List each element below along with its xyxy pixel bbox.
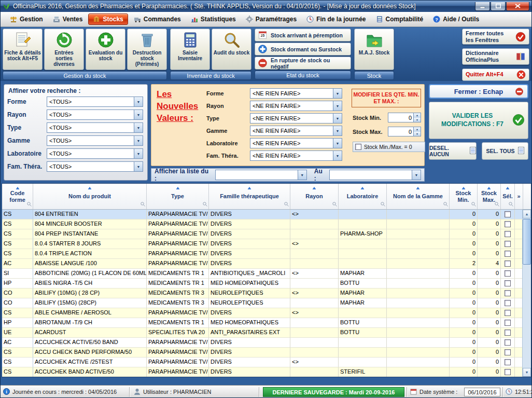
filter-type-select[interactable]: <TOUS>▼	[47, 122, 143, 133]
newvalue-rayon-select[interactable]: <NE RIEN FAIRE>▼	[250, 101, 342, 111]
newvalue-laboratoire-select[interactable]: <NE RIEN FAIRE>▼	[250, 138, 342, 148]
range-to-select[interactable]: ▼	[329, 170, 421, 180]
column-header-sel[interactable]: Sél.	[501, 184, 515, 209]
menu-item-gestion[interactable]: Gestion	[6, 14, 47, 24]
column-header-gamme[interactable]: Nom de la Gamme	[387, 184, 450, 209]
deselect-all-button[interactable]: DESEL. AUCUN	[429, 142, 477, 160]
row-checkbox[interactable]	[505, 330, 511, 336]
stock-max-stepper[interactable]: 0 ▲ ▼	[388, 127, 421, 136]
table-row[interactable]: COABILIFY (15MG) (28CP)MEDICAMENTS TR 3N…	[2, 298, 522, 308]
row-checkbox[interactable]	[505, 280, 511, 286]
chevron-down-icon[interactable]: ▼	[412, 170, 421, 180]
table-row[interactable]: ACACCUCHECK ACTIVE/50 BANDPARAPHARMACIE …	[2, 338, 522, 348]
range-from-select[interactable]: ▼	[215, 170, 307, 180]
table-row[interactable]: CS8.0.4 STARTER 8 JOURSPARAPHARMACIE TV/…	[2, 239, 522, 249]
menu-item-comptabilite[interactable]: Comptabilité	[372, 14, 428, 24]
table-row[interactable]: HPABIES NIGRA -T/5 CHMEDICAMENTS TR 1MED…	[2, 279, 522, 289]
filter-laboratoire-select[interactable]: <TOUS>▼	[47, 148, 143, 159]
filter-magnifier-icon[interactable]	[203, 201, 207, 208]
stock-max-up-icon[interactable]: ▲	[414, 127, 421, 132]
table-row[interactable]: SIABBOTICINE (20MG) (1 FLACON DE 60MLMED…	[2, 269, 522, 279]
stock-max-value[interactable]: 0	[388, 127, 414, 136]
menu-item-statistiques[interactable]: Statistiques	[187, 14, 240, 24]
stock-min-value[interactable]: 0	[388, 113, 414, 122]
filter-magnifier-icon[interactable]	[471, 201, 476, 208]
chevron-down-icon[interactable]: ▼	[134, 123, 143, 132]
column-header-famille[interactable]: Famille thérapeutique	[209, 184, 290, 209]
chevron-down-icon[interactable]: ▼	[333, 126, 342, 135]
toolbar-button-dictionnaire[interactable]: Dictionnaire OfficinaPlus	[462, 48, 529, 64]
table-row[interactable]: CSABLE CHAMBRE / AEROSOLPARAPHARMACIE TV…	[2, 308, 522, 318]
filter-rayon-select[interactable]: <TOUS>▼	[47, 109, 143, 120]
toolbar-button-entrees-sorties[interactable]: Entrées sorties diverses	[44, 29, 84, 70]
chevron-down-icon[interactable]: ▼	[134, 162, 143, 171]
vertical-scrollbar[interactable]: ▲ ▼	[522, 210, 531, 377]
chevron-down-icon[interactable]: ▼	[333, 139, 342, 148]
table-row[interactable]: ACABAISSE LANGUE /100PARAPHARMACIE TV/DI…	[2, 259, 522, 269]
toolbar-button-stock-rupture[interactable]: En rupture de stock ou négatif	[255, 57, 351, 70]
table-row[interactable]: CSACCUCHEK BAND ACTIVE/50PARAPHARMACIE T…	[2, 367, 522, 377]
stock-min-up-icon[interactable]: ▲	[414, 113, 421, 118]
toolbar-button-audit-stock[interactable]: Audit du stock	[212, 29, 251, 70]
toolbar-button-fiche-details[interactable]: Fiche & détails stock Alt+F5	[3, 29, 43, 70]
close-button[interactable]	[506, 2, 529, 11]
column-header-code[interactable]: Code forme	[2, 184, 33, 209]
row-checkbox[interactable]	[505, 221, 511, 227]
row-checkbox[interactable]	[505, 270, 511, 277]
chevron-down-icon[interactable]: ▼	[134, 110, 143, 119]
row-checkbox[interactable]	[505, 310, 511, 316]
table-row[interactable]: CS804 ENTRETIENPARAPHARMACIE TV/DIVERS<>…	[2, 210, 522, 219]
table-row[interactable]: CS8.0.4 TRIPLE ACTIONPARAPHARMACIE TV/DI…	[2, 249, 522, 259]
filter-magnifier-icon[interactable]	[495, 201, 499, 208]
row-checkbox[interactable]	[505, 369, 511, 375]
menu-item-parametrages[interactable]: Paramétrages	[242, 14, 301, 24]
column-header-min[interactable]: Stock Min.	[450, 184, 478, 209]
filter-magnifier-icon[interactable]	[509, 201, 513, 208]
menu-item-aide-outils[interactable]: ?Aide / Outils	[429, 14, 483, 24]
close-panel-button[interactable]: Fermer : Echap	[429, 84, 528, 99]
toolbar-button-stock-dormant[interactable]: Stock dormant ou Surstock	[255, 43, 351, 56]
validate-button[interactable]: VALIDER LES MODIFICATIONS : F7	[429, 102, 528, 139]
filter-magnifier-icon[interactable]	[27, 201, 32, 208]
filter-gamme-select[interactable]: <TOUS>▼	[47, 135, 143, 146]
column-header-rayon[interactable]: Rayon	[290, 184, 339, 209]
column-header-more[interactable]: »	[515, 184, 523, 209]
row-checkbox[interactable]	[505, 290, 511, 296]
chevron-down-icon[interactable]: ▼	[134, 97, 143, 106]
filter-magnifier-icon[interactable]	[381, 201, 385, 208]
row-checkbox[interactable]	[505, 339, 511, 346]
chevron-down-icon[interactable]: ▼	[333, 114, 342, 123]
newvalue-forme-select[interactable]: <NE RIEN FAIRE>▼	[250, 88, 342, 99]
stock-min-stepper[interactable]: 0 ▲ ▼	[388, 113, 421, 122]
chevron-down-icon[interactable]: ▼	[333, 101, 342, 111]
table-row[interactable]: COABILIFY (10MG) ( 28 CP)MEDICAMENTS TR …	[2, 289, 522, 298]
stock-zero-option[interactable]: Stock Min./Max. = 0	[353, 142, 425, 152]
toolbar-button-stock-peremption[interactable]: 25Stock arrivant à péremption	[255, 29, 351, 42]
chevron-down-icon[interactable]: ▼	[134, 136, 143, 145]
row-checkbox[interactable]	[505, 231, 511, 237]
menu-item-commandes[interactable]: Commandes	[130, 14, 185, 24]
row-checkbox[interactable]	[505, 349, 511, 355]
row-checkbox[interactable]	[505, 251, 511, 257]
select-all-button[interactable]: SEL. TOUS	[482, 142, 528, 160]
chevron-down-icon[interactable]: ▼	[333, 89, 342, 98]
row-checkbox[interactable]	[505, 359, 511, 365]
column-header-type[interactable]: Type	[147, 184, 209, 209]
stock-zero-checkbox[interactable]	[355, 144, 361, 150]
maximize-button[interactable]	[491, 2, 506, 11]
filter-fam-thera-select[interactable]: <TOUS>▼	[47, 161, 143, 172]
column-header-max[interactable]: Stock Max.	[478, 184, 501, 209]
menu-item-stocks[interactable]: Stocks	[88, 13, 128, 25]
filter-magnifier-icon[interactable]	[141, 201, 145, 208]
column-header-laboratoire[interactable]: Laboratoire	[339, 184, 387, 209]
newvalue-gamme-select[interactable]: <NE RIEN FAIRE>▼	[250, 126, 342, 136]
minimize-button[interactable]	[475, 2, 490, 11]
toolbar-button-maj-stock[interactable]: M.A.J. Stock	[354, 29, 394, 70]
chevron-down-icon[interactable]: ▼	[333, 151, 342, 160]
column-header-product[interactable]: Nom du produit	[33, 184, 147, 209]
toolbar-button-quitter[interactable]: Quitter Alt+F4	[462, 68, 529, 81]
scrollbar-thumb[interactable]	[523, 219, 531, 265]
chevron-down-icon[interactable]: ▼	[298, 170, 306, 180]
table-row[interactable]: CSACCU CHECK BAND PERFORMA/50PARAPHARMAC…	[2, 348, 522, 358]
scroll-up-icon[interactable]: ▲	[523, 210, 531, 218]
